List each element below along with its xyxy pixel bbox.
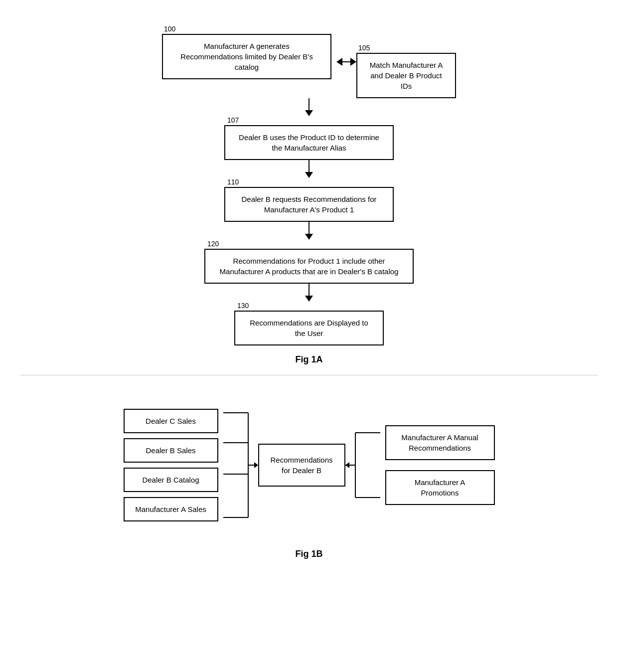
dealer-b-sales-box: Dealer B Sales [124,438,218,463]
arrow-line [309,222,309,234]
fig1a-section: 100 Manufacturer A generates Recommendat… [20,15,598,370]
arrow-110-120 [305,222,313,240]
manufacturer-a-sales-box: Manufacturer A Sales [124,497,218,521]
right-input-boxes: Manufacturer A Manual Recommendations Ma… [385,425,495,505]
dealer-b-catalog-box: Dealer B Catalog [124,468,218,492]
arrow-left-head [336,58,342,66]
box-100-wrapper: 100 Manufacturer A generates Recommendat… [162,25,331,79]
ref-107: 107 [224,116,239,125]
arrow-120-130 [305,284,313,302]
ref-105: 105 [356,44,370,53]
manufacturer-promotions-box: Manufacturer A Promotions [385,470,495,505]
fig1b-diagram: Dealer C Sales Dealer B Sales Dealer B C… [20,390,598,540]
arrow-head [305,234,313,240]
svg-marker-8 [345,462,349,468]
box-110: Dealer B requests Recommendations for Ma… [224,187,394,222]
ref-110: 110 [224,178,239,187]
box-107: Dealer B uses the Product ID to determin… [224,125,394,160]
arrow-line [309,160,309,172]
svg-marker-6 [254,462,258,468]
arrow-head [305,172,313,178]
box-105: Match Manufacturer A and Dealer B Produc… [356,53,456,98]
fig1b-section: Dealer C Sales Dealer B Sales Dealer B C… [20,390,598,574]
ref-120: 120 [204,240,219,249]
arrow-line [309,98,309,110]
arrow-head [305,296,313,302]
box-120: Recommendations for Product 1 include ot… [204,249,414,284]
manufacturer-manual-box: Manufacturer A Manual Recommendations [385,425,495,460]
ref-130: 130 [234,302,249,311]
ref-100: 100 [162,25,175,34]
arrow-right-head [350,58,356,66]
fig1b-caption: Fig 1B [295,549,322,559]
arrow-head [305,110,313,116]
fig1a-caption: Fig 1A [295,354,322,365]
dealer-c-sales-box: Dealer C Sales [124,409,218,433]
arrow-line [309,284,309,296]
arrow-100-105 [336,58,356,66]
right-bracket-arrow [345,415,385,515]
left-input-boxes: Dealer C Sales Dealer B Sales Dealer B C… [124,409,218,521]
section-separator [20,375,598,375]
arrow-100-107 [305,98,313,116]
arrow-107-110 [305,160,313,178]
box-130: Recommendations are Displayed to the Use… [234,311,384,345]
arrow-line [342,61,350,62]
box-105-wrapper: 105 Match Manufacturer A and Dealer B Pr… [356,44,456,98]
box-100: Manufacturer A generates Recommendations… [162,34,331,79]
center-recommendations-box: Recommendations for Dealer B [258,444,345,487]
left-bracket-arrow [218,400,258,530]
